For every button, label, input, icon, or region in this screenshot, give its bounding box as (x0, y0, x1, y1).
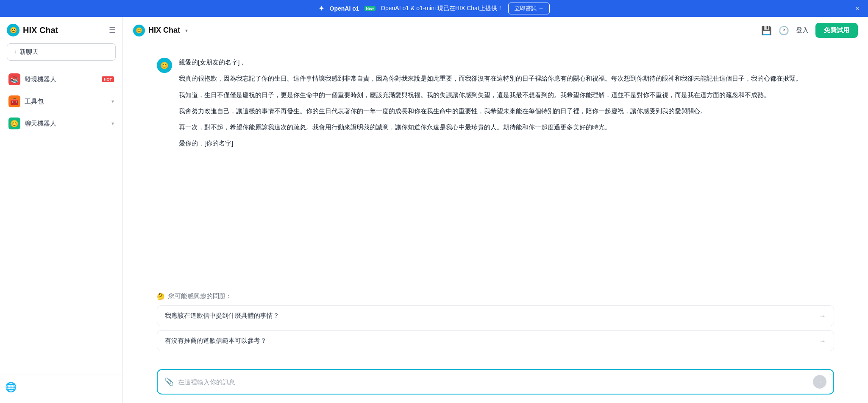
chat-area: 😊 親愛的[女朋友的名字]， 我真的很抱歉，因為我忘記了你的生日。這件事情讓我感… (123, 44, 868, 292)
toolbox-chevron-icon: ▾ (111, 98, 114, 104)
chat-input[interactable] (178, 378, 809, 386)
globe-icon[interactable]: 🌐 (5, 382, 17, 392)
suggestions-section: 🤔 您可能感興趣的問題： 我應該在道歉信中提到什麼具體的事情？ → 有沒有推薦的… (123, 292, 868, 364)
banner-main-text: OpenAI o1 & o1-mini 現已在HIX Chat上提供！ (381, 5, 503, 12)
msg-p2: 我真的很抱歉，因為我忘記了你的生日。這件事情讓我感到非常自責，因為你對我來說是如… (179, 73, 834, 84)
chatbot-chevron-icon: ▾ (111, 120, 114, 126)
history-icon[interactable]: 🕐 (779, 25, 789, 36)
top-banner: ✦ OpenAI o1 New OpenAI o1 & o1-mini 現已在H… (0, 0, 868, 17)
db-icon[interactable]: 💾 (761, 25, 772, 36)
sidebar-header: 😊 HIX Chat ☰ (0, 24, 122, 43)
suggestion-text-2: 有沒有推薦的道歉信範本可以參考？ (165, 337, 267, 345)
banner-new-badge: New (364, 6, 376, 11)
msg-p4: 我會努力改進自己，讓這樣的事情不再發生。你的生日代表著你的一年一度的成長和你在我… (179, 106, 834, 117)
suggestion-arrow-1: → (819, 312, 826, 320)
msg-p1: 親愛的[女朋友的名字]， (179, 57, 834, 68)
header-right: 💾 🕐 登入 免費試用 (761, 23, 858, 38)
suggestions-emoji: 🤔 (157, 293, 165, 300)
new-chat-button[interactable]: + 新聊天 (7, 43, 116, 61)
banner-close-icon[interactable]: × (855, 4, 860, 13)
header-logo-icon: 😊 (133, 25, 145, 36)
suggestion-card-2[interactable]: 有沒有推薦的道歉信範本可以參考？ → (157, 330, 834, 351)
sidebar-toolbox-label: 工具包 (25, 98, 107, 106)
header-chevron-icon: ▾ (185, 28, 188, 34)
sidebar-item-chatbot[interactable]: 😊 聊天機器人 ▾ (3, 113, 119, 134)
sidebar-logo-icon: 😊 (7, 24, 19, 36)
msg-p6: 愛你的，[你的名字] (179, 138, 834, 149)
main-content: 😊 HIX Chat ▾ 💾 🕐 登入 免費試用 😊 親愛的[女朋友的名字]， … (123, 17, 868, 403)
sidebar: 😊 HIX Chat ☰ + 新聊天 📚 發現機器人 HOT 🧰 工具包 ▾ 😊 (0, 17, 123, 403)
app-layout: 😊 HIX Chat ☰ + 新聊天 📚 發現機器人 HOT 🧰 工具包 ▾ 😊 (0, 17, 868, 403)
login-button[interactable]: 登入 (796, 26, 809, 34)
main-header: 😊 HIX Chat ▾ 💾 🕐 登入 免費試用 (123, 17, 868, 44)
send-button[interactable]: → (813, 375, 826, 389)
bot-avatar: 😊 (157, 58, 172, 73)
bot-message: 😊 親愛的[女朋友的名字]， 我真的很抱歉，因為我忘記了你的生日。這件事情讓我感… (157, 57, 834, 149)
suggestions-title: 🤔 您可能感興趣的問題： (157, 292, 834, 300)
chatbot-icon: 😊 (8, 118, 20, 129)
header-title: HIX Chat (148, 26, 180, 35)
msg-p3: 我知道，生日不僅僅是慶祝的日子，更是你生命中的一個重要時刻，應該充滿愛與祝福。我… (179, 90, 834, 101)
sidebar-logo-label: HIX Chat (23, 25, 58, 35)
sidebar-item-toolbox[interactable]: 🧰 工具包 ▾ (3, 91, 119, 112)
input-wrapper: 📎 → (157, 369, 834, 395)
input-area: 📎 → (123, 364, 868, 403)
hot-badge: HOT (102, 76, 114, 82)
banner-openai-label: OpenAI o1 (330, 5, 359, 12)
sidebar-item-discover[interactable]: 📚 發現機器人 HOT (3, 69, 119, 90)
suggestion-arrow-2: → (819, 337, 826, 345)
suggestion-card-1[interactable]: 我應該在道歉信中提到什麼具體的事情？ → (157, 305, 834, 326)
sidebar-chatbot-label: 聊天機器人 (25, 120, 107, 128)
sidebar-logo: 😊 HIX Chat (7, 24, 58, 36)
attach-icon[interactable]: 📎 (164, 377, 174, 386)
sidebar-discover-label: 發現機器人 (25, 76, 96, 84)
sidebar-nav: 📚 發現機器人 HOT 🧰 工具包 ▾ 😊 聊天機器人 ▾ (0, 69, 122, 375)
header-brand[interactable]: 😊 HIX Chat ▾ (133, 25, 188, 36)
message-content: 親愛的[女朋友的名字]， 我真的很抱歉，因為我忘記了你的生日。這件事情讓我感到非… (179, 57, 834, 149)
msg-p5: 再一次，對不起，希望你能原諒我這次的疏忽。我會用行動來證明我的誠意，讓你知道你永… (179, 122, 834, 133)
openai-icon: ✦ (318, 4, 325, 13)
send-icon: → (817, 378, 823, 385)
toolbox-icon: 🧰 (8, 95, 20, 107)
discover-icon: 📚 (8, 73, 20, 85)
suggestions-title-text: 您可能感興趣的問題： (168, 292, 232, 300)
sidebar-menu-icon[interactable]: ☰ (109, 25, 116, 35)
sidebar-bottom: 🌐 (0, 375, 122, 396)
banner-try-button[interactable]: 立即嘗試 → (508, 3, 550, 14)
suggestion-text-1: 我應該在道歉信中提到什麼具體的事情？ (165, 312, 279, 320)
free-trial-button[interactable]: 免費試用 (815, 23, 858, 38)
